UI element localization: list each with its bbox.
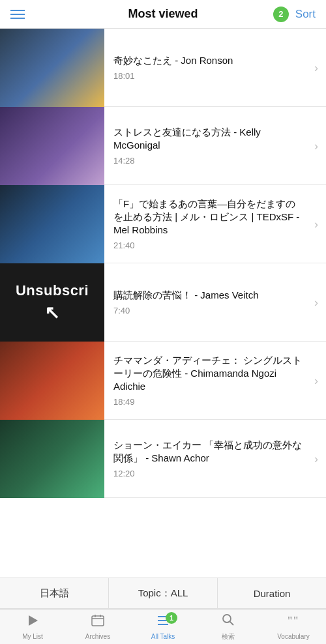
tab-badge: 1 — [166, 612, 177, 624]
talk-title: 購読解除の苦悩！ - James Veitch — [113, 289, 303, 302]
unsubscribe-text: Unsubscri — [16, 282, 89, 299]
svg-point-8 — [223, 615, 231, 622]
talk-item[interactable]: ストレスと友達になる方法 - Kelly McGonigal 14:28 › — [0, 107, 326, 185]
talk-info: チママンダ・アディーチェ： シングルストーリーの危険性 - Chimamanda… — [104, 342, 326, 419]
thumbnail-overlay — [0, 29, 104, 107]
talk-title: ショーン・エイカー 「幸福と成功の意外な関係」 - Shawn Achor — [113, 439, 303, 465]
cursor-icon: ↖ — [44, 302, 60, 323]
calendar-icon — [91, 613, 105, 628]
talk-info: 「F」で始まるあの言葉―自分をだますのを止める方法 | メル・ロビンス | TE… — [104, 185, 326, 263]
thumbnail-overlay — [0, 185, 104, 263]
header-right: 2 Sort — [273, 7, 316, 22]
chevron-right-icon: › — [314, 295, 318, 309]
quote-icon: " " — [286, 613, 301, 628]
talk-thumbnail — [0, 29, 104, 107]
play-icon — [25, 613, 40, 628]
tab-archives[interactable]: Archives — [65, 609, 130, 644]
talk-thumbnail — [0, 107, 104, 185]
talk-title: 「F」で始まるあの言葉―自分をだますのを止める方法 | メル・ロビンス | TE… — [113, 198, 303, 237]
talk-duration: 18:01 — [113, 71, 303, 81]
svg-text:": " — [288, 615, 292, 628]
chevron-right-icon: › — [314, 139, 318, 153]
talk-duration: 7:40 — [113, 306, 303, 315]
header: Most viewed 2 Sort — [0, 0, 326, 29]
mylist-tab-label: My List — [22, 633, 43, 640]
tab-alltalks[interactable]: 1 All Talks — [130, 609, 196, 644]
talk-title: ストレスと友達になる方法 - Kelly McGonigal — [113, 126, 303, 153]
menu-icon[interactable] — [10, 10, 25, 19]
thumbnail-overlay — [0, 342, 104, 420]
thumbnail-overlay — [0, 420, 104, 498]
talk-item[interactable]: チママンダ・アディーチェ： シングルストーリーの危険性 - Chimamanda… — [0, 342, 326, 420]
chevron-right-icon: › — [314, 61, 318, 74]
chevron-right-icon: › — [314, 217, 318, 231]
talk-title: 奇妙なこたえ - Jon Ronson — [113, 54, 303, 67]
talk-thumbnail — [0, 185, 104, 263]
talk-info: ショーン・エイカー 「幸福と成功の意外な関係」 - Shawn Achor 12… — [104, 420, 326, 497]
talk-list: 奇妙なこたえ - Jon Ronson 18:01 › ストレスと友達になる方法… — [0, 29, 326, 578]
chevron-right-icon: › — [314, 373, 318, 387]
tab-bar: My List Archives 1 All Talks — [0, 609, 326, 644]
vocabulary-tab-label: Vocabulary — [277, 633, 309, 640]
talk-duration: 18:49 — [113, 397, 303, 407]
chevron-right-icon: › — [314, 452, 318, 465]
talk-item[interactable]: ショーン・エイカー 「幸福と成功の意外な関係」 - Shawn Achor 12… — [0, 420, 326, 498]
sort-button[interactable]: Sort — [295, 8, 316, 21]
talk-duration: 12:20 — [113, 469, 303, 478]
svg-rect-1 — [92, 616, 104, 626]
archives-tab-icon — [91, 613, 105, 631]
search-icon — [221, 613, 235, 627]
talk-thumbnail: Unsubscri ↖ — [0, 263, 104, 342]
page-title: Most viewed — [128, 7, 198, 21]
filter-duration[interactable]: Duration — [218, 578, 326, 608]
svg-marker-0 — [29, 615, 38, 626]
tab-search[interactable]: 検索 — [196, 609, 261, 644]
archives-tab-label: Archives — [85, 633, 110, 640]
mylist-tab-icon — [25, 613, 40, 631]
talk-duration: 21:40 — [113, 241, 303, 250]
talk-duration: 14:28 — [113, 156, 303, 166]
talk-info: 購読解除の苦悩！ - James Veitch 7:40 — [104, 263, 326, 341]
filter-topic[interactable]: Topic：ALL — [109, 578, 218, 608]
tab-mylist[interactable]: My List — [0, 609, 65, 644]
talk-item[interactable]: 「F」で始まるあの言葉―自分をだますのを止める方法 | メル・ロビンス | TE… — [0, 185, 326, 263]
filter-bar: 日本語Topic：ALLDuration — [0, 578, 326, 609]
alltalks-tab-label: All Talks — [151, 633, 175, 640]
talk-thumbnail — [0, 420, 104, 498]
search-tab-label: 検索 — [222, 632, 235, 641]
svg-text:": " — [293, 615, 298, 628]
thumbnail-overlay — [0, 107, 104, 185]
search-tab-icon — [221, 613, 235, 630]
vocabulary-tab-icon: " " — [286, 613, 301, 631]
talk-thumbnail — [0, 342, 104, 420]
talk-title: チママンダ・アディーチェ： シングルストーリーの危険性 - Chimamanda… — [113, 354, 303, 394]
talk-item[interactable]: Unsubscri ↖ 購読解除の苦悩！ - James Veitch 7:40… — [0, 263, 326, 342]
tab-vocabulary[interactable]: " " Vocabulary — [261, 609, 326, 644]
filter-language[interactable]: 日本語 — [0, 578, 109, 608]
talk-info: 奇妙なこたえ - Jon Ronson 18:01 — [104, 29, 326, 106]
svg-line-9 — [230, 621, 234, 625]
talk-info: ストレスと友達になる方法 - Kelly McGonigal 14:28 — [104, 107, 326, 184]
notification-badge[interactable]: 2 — [273, 7, 289, 22]
talk-item[interactable]: 奇妙なこたえ - Jon Ronson 18:01 › — [0, 29, 326, 107]
